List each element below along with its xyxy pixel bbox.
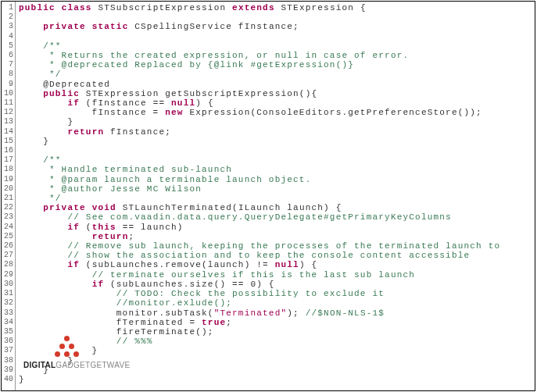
- code-line: * @author Jesse MC Wilson: [19, 184, 532, 194]
- line-number: 35: [2, 327, 13, 337]
- line-number: 5: [2, 41, 13, 51]
- code-line: */: [19, 194, 532, 203]
- line-number: 30: [2, 280, 13, 289]
- code-line: */: [19, 69, 532, 79]
- line-number: 22: [2, 203, 13, 212]
- line-number: 12: [2, 108, 13, 117]
- line-number: 10: [2, 89, 13, 98]
- line-number: 4: [2, 32, 13, 41]
- brand-logo-icon: [55, 336, 80, 361]
- line-number: 14: [2, 127, 13, 137]
- line-number: 34: [2, 318, 13, 327]
- line-number: 16: [2, 146, 13, 155]
- code-editor: 1234567891011121314151617181920212223242…: [1, 1, 535, 391]
- line-number: 9: [2, 80, 13, 89]
- code-line: * @param launch a terminable launch obje…: [19, 175, 532, 184]
- code-line: return;: [19, 232, 532, 241]
- code-line: }: [19, 137, 532, 146]
- code-line: // terminate ourselves if this is the la…: [19, 270, 532, 280]
- line-number: 26: [2, 241, 13, 251]
- code-line: [19, 146, 532, 155]
- line-number: 11: [2, 98, 13, 108]
- code-line: * Returns the created expression, or nul…: [19, 51, 532, 60]
- code-line: private static CSpellingService fInstanc…: [19, 22, 532, 31]
- line-number: 27: [2, 251, 13, 260]
- line-number: 23: [2, 212, 13, 222]
- line-number: 8: [2, 69, 13, 79]
- line-number: 6: [2, 51, 13, 60]
- code-line: if (fInstance == null) {: [19, 98, 532, 108]
- line-number: 29: [2, 270, 13, 280]
- watermark-text: DIGITALGADGETGETWAVE: [23, 361, 130, 369]
- code-line: // TODO: Check the possibility to exclud…: [19, 289, 532, 298]
- code-line: }: [19, 117, 532, 127]
- line-number: 38: [2, 356, 13, 365]
- code-line: * Handle terminated sub-launch: [19, 165, 532, 174]
- line-number: 31: [2, 289, 13, 298]
- line-number: 15: [2, 137, 13, 146]
- line-number: 28: [2, 260, 13, 269]
- line-number: 33: [2, 308, 13, 318]
- line-number: 19: [2, 175, 13, 184]
- line-number: 3: [2, 22, 13, 31]
- line-number: 13: [2, 117, 13, 127]
- code-line: /**: [19, 41, 532, 51]
- code-line: if (this == launch): [19, 223, 532, 232]
- code-line: monitor.subTask("Terminated"); //$NON-NL…: [19, 308, 532, 318]
- code-line: [19, 32, 532, 41]
- code-line: if (subLaunches.size() == 0) {: [19, 280, 532, 289]
- line-number: 17: [2, 155, 13, 165]
- line-number: 24: [2, 223, 13, 232]
- code-line: * @deprecated Replaced by {@link #getExp…: [19, 60, 532, 69]
- code-line: }: [19, 346, 532, 355]
- code-line: }: [19, 375, 532, 384]
- code-line: // %%%: [19, 337, 532, 346]
- code-line: [19, 12, 532, 22]
- code-line: public STExpression getSubscriptExpressi…: [19, 89, 532, 98]
- code-line: @Deprecated: [19, 80, 532, 89]
- line-number: 39: [2, 365, 13, 375]
- line-number: 20: [2, 184, 13, 194]
- line-number-gutter: 1234567891011121314151617181920212223242…: [2, 2, 16, 390]
- code-line: private void STLaunchTerminated(ILaunch …: [19, 203, 532, 212]
- code-line: // Remove sub launch, keeping the proces…: [19, 241, 532, 251]
- line-number: 1: [2, 3, 13, 12]
- line-number: 25: [2, 232, 13, 241]
- code-line: return fInstance;: [19, 127, 532, 137]
- code-content: public class STSubscriptExpression exten…: [16, 2, 535, 390]
- code-line: // show the association and to keep the …: [19, 251, 532, 260]
- code-line: fTerminated = true;: [19, 318, 532, 327]
- code-line: if (subLaunches.remove(launch) != null) …: [19, 260, 532, 269]
- code-line: // See com.vaadin.data.query.QueryDelega…: [19, 212, 532, 222]
- line-number: 2: [2, 12, 13, 22]
- line-number: 18: [2, 165, 13, 174]
- line-number: 37: [2, 346, 13, 355]
- code-line: public class STSubscriptExpression exten…: [19, 3, 532, 12]
- line-number: 21: [2, 194, 13, 203]
- code-line: fireTerminate();: [19, 327, 532, 337]
- line-number: 7: [2, 60, 13, 69]
- code-line: fInstance = new Expression(ConsoleEditor…: [19, 108, 532, 117]
- line-number: 36: [2, 337, 13, 346]
- code-line: /**: [19, 155, 532, 165]
- line-number: 40: [2, 375, 13, 384]
- line-number: 32: [2, 298, 13, 308]
- code-line: //monitor.exlude();: [19, 298, 532, 308]
